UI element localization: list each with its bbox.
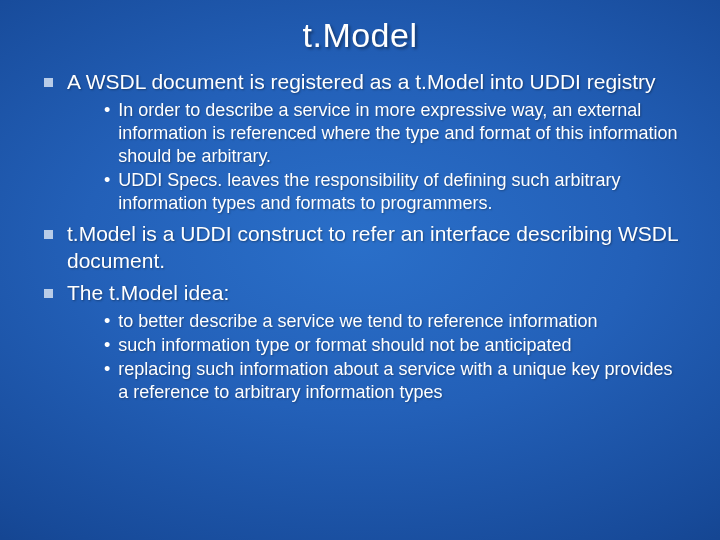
sub-bullet-text: replacing such information about a servi…	[118, 358, 684, 404]
round-bullet-icon: •	[104, 99, 110, 122]
round-bullet-icon: •	[104, 169, 110, 192]
bullet-text: The t.Model idea:	[67, 280, 229, 306]
sub-bullet-item: • In order to describe a service in more…	[104, 99, 684, 168]
bullet-item: t.Model is a UDDI construct to refer an …	[44, 221, 684, 274]
bullet-item: A WSDL document is registered as a t.Mod…	[44, 69, 684, 95]
sub-bullet-item: • replacing such information about a ser…	[104, 358, 684, 404]
round-bullet-icon: •	[104, 310, 110, 333]
round-bullet-icon: •	[104, 358, 110, 381]
square-bullet-icon	[44, 78, 53, 87]
square-bullet-icon	[44, 289, 53, 298]
sub-bullet-item: • UDDI Specs. leaves the responsibility …	[104, 169, 684, 215]
bullet-item: The t.Model idea:	[44, 280, 684, 306]
square-bullet-icon	[44, 230, 53, 239]
sub-bullet-item: • such information type or format should…	[104, 334, 684, 357]
slide-content: A WSDL document is registered as a t.Mod…	[0, 69, 720, 404]
sub-bullet-text: to better describe a service we tend to …	[118, 310, 597, 333]
sub-list: • In order to describe a service in more…	[104, 99, 684, 215]
slide: t.Model A WSDL document is registered as…	[0, 0, 720, 540]
sub-list: • to better describe a service we tend t…	[104, 310, 684, 404]
sub-bullet-text: such information type or format should n…	[118, 334, 571, 357]
slide-title: t.Model	[0, 0, 720, 63]
round-bullet-icon: •	[104, 334, 110, 357]
sub-bullet-item: • to better describe a service we tend t…	[104, 310, 684, 333]
bullet-text: A WSDL document is registered as a t.Mod…	[67, 69, 656, 95]
sub-bullet-text: In order to describe a service in more e…	[118, 99, 684, 168]
sub-bullet-text: UDDI Specs. leaves the responsibility of…	[118, 169, 684, 215]
bullet-text: t.Model is a UDDI construct to refer an …	[67, 221, 684, 274]
